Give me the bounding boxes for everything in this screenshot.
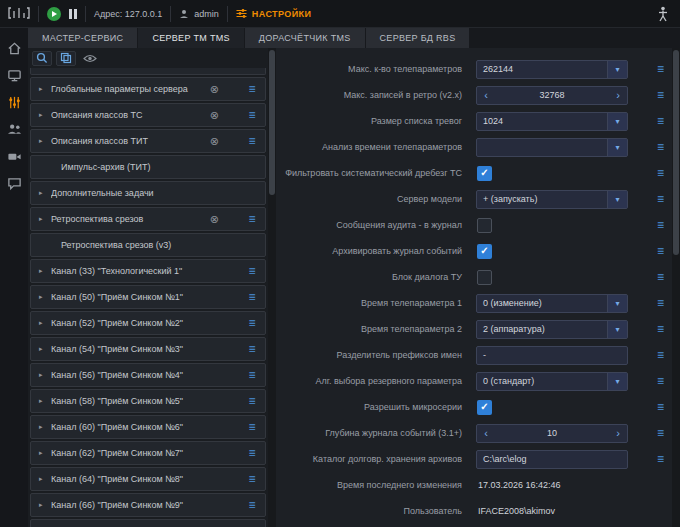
chevron-down-icon[interactable]: ▾ <box>607 61 627 78</box>
row-menu-icon[interactable]: ≡ <box>245 265 259 277</box>
expander-icon[interactable]: ▸ <box>37 449 51 457</box>
chat-icon[interactable] <box>6 175 22 191</box>
row-menu-icon[interactable]: ≡ <box>245 499 259 511</box>
row-menu-icon[interactable]: ≡ <box>657 349 664 361</box>
camera-icon[interactable] <box>6 148 22 164</box>
row-menu-icon[interactable]: ≡ <box>245 447 259 459</box>
decrement-icon[interactable]: ‹ <box>477 425 495 442</box>
chevron-down-icon[interactable]: ▾ <box>607 295 627 312</box>
row-menu-icon[interactable]: ≡ <box>657 141 664 153</box>
expander-icon[interactable]: ▸ <box>37 423 51 431</box>
row-menu-icon[interactable]: ≡ <box>657 63 664 75</box>
tree-item-partial[interactable] <box>30 68 266 75</box>
expander-icon[interactable]: ▸ <box>37 319 51 327</box>
row-menu-icon[interactable]: ≡ <box>657 323 664 335</box>
allow-microseries-checkbox[interactable]: ✓ <box>477 400 492 415</box>
settings-indicator[interactable]: НАСТРОЙКИ <box>236 8 311 19</box>
tree-item[interactable]: ▸ Канал (68) "Приём Синком №10" ≡ <box>30 519 266 527</box>
tab-db-server[interactable]: СЕРВЕР БД RBS <box>366 28 470 48</box>
tree-item[interactable]: ▸ Глобальные параметры сервера ⊗ ≡ <box>30 77 266 101</box>
tree-item[interactable]: Импульс-архив (ТИТ) <box>30 155 266 179</box>
tree-item[interactable]: ▸ Канал (54) "Приём Синком №3" ≡ <box>30 337 266 361</box>
row-menu-icon[interactable]: ≡ <box>245 83 259 95</box>
tree-item[interactable]: ▸ Канал (50) "Приём Синком №1" ≡ <box>30 285 266 309</box>
row-menu-icon[interactable]: ≡ <box>245 291 259 303</box>
form-scrollbar[interactable] <box>672 48 680 527</box>
teleparam-time-analysis-select[interactable]: ▾ <box>476 138 628 157</box>
copy-button[interactable] <box>56 51 76 66</box>
row-menu-icon[interactable]: ≡ <box>657 427 664 439</box>
decrement-icon[interactable]: ‹ <box>477 87 495 104</box>
tree-scrollbar[interactable] <box>268 48 276 527</box>
person-figure-icon[interactable] <box>658 6 668 22</box>
tree-item[interactable]: ▸ Канал (60) "Приём Синком №6" ≡ <box>30 415 266 439</box>
prefix-separator-input[interactable]: - <box>476 346 628 365</box>
row-menu-icon[interactable]: ≡ <box>245 395 259 407</box>
user-info[interactable]: admin <box>179 9 219 19</box>
users-icon[interactable] <box>6 121 22 137</box>
row-menu-icon[interactable]: ≡ <box>657 115 664 127</box>
row-menu-icon[interactable]: ≡ <box>245 317 259 329</box>
tu-dialog-block-checkbox[interactable] <box>477 270 492 285</box>
row-menu-icon[interactable]: ≡ <box>245 473 259 485</box>
reserve-param-alg-select[interactable]: 0 (стандарт) ▾ <box>476 372 628 391</box>
tree-item[interactable]: ▸ Канал (66) "Приём Синком №9" ≡ <box>30 493 266 517</box>
tree-item[interactable]: Ретроспектива срезов (v3) <box>30 233 266 257</box>
archive-storage-path-input[interactable]: C:\arc\elog <box>476 450 628 469</box>
tree-item[interactable]: ▸ Канал (33) "Технологический 1" ≡ <box>30 259 266 283</box>
retro-records-stepper[interactable]: ‹ 32768 › <box>476 86 628 105</box>
tree-item[interactable]: ▸ Канал (62) "Приём Синком №7" ≡ <box>30 441 266 465</box>
expander-icon[interactable]: ▸ <box>37 345 51 353</box>
row-menu-icon[interactable]: ≡ <box>657 375 664 387</box>
alarm-list-size-select[interactable]: 1024 ▾ <box>476 112 628 131</box>
scrollbar-thumb[interactable] <box>673 50 679 255</box>
row-menu-icon[interactable]: ≡ <box>657 297 664 309</box>
search-button[interactable] <box>32 51 52 66</box>
tree-item[interactable]: ▸ Дополнительные задачи <box>30 181 266 205</box>
teleparam-time-1-select[interactable]: 0 (изменение) ▾ <box>476 294 628 313</box>
chevron-down-icon[interactable]: ▾ <box>607 191 627 208</box>
row-menu-icon[interactable]: ≡ <box>245 109 259 121</box>
chevron-down-icon[interactable]: ▾ <box>607 139 627 156</box>
tab-calculator[interactable]: ДОРАСЧЁТЧИК TMS <box>245 28 365 48</box>
expander-icon[interactable]: ▸ <box>37 137 51 145</box>
row-menu-icon[interactable]: ≡ <box>657 453 664 465</box>
row-menu-icon[interactable]: ≡ <box>657 245 664 257</box>
expander-icon[interactable]: ▸ <box>37 475 51 483</box>
tab-master-service[interactable]: МАСТЕР-СЕРВИС <box>28 28 137 48</box>
increment-icon[interactable]: › <box>609 425 627 442</box>
event-log-depth-stepper[interactable]: ‹ 10 › <box>476 424 628 443</box>
expander-icon[interactable]: ▸ <box>37 215 51 223</box>
row-menu-icon[interactable]: ≡ <box>245 421 259 433</box>
row-menu-icon[interactable]: ≡ <box>245 343 259 355</box>
visibility-toggle[interactable] <box>80 51 100 66</box>
pause-button[interactable] <box>69 9 77 19</box>
tree-item[interactable]: ▸ Канал (56) "Приём Синком №4" ≡ <box>30 363 266 387</box>
chevron-down-icon[interactable]: ▾ <box>607 373 627 390</box>
row-menu-icon[interactable]: ≡ <box>657 219 664 231</box>
model-server-select[interactable]: + (запускать) ▾ <box>476 190 628 209</box>
tree-item[interactable]: ▸ Канал (52) "Приём Синком №2" ≡ <box>30 311 266 335</box>
tree-item[interactable]: ▸ Ретроспектива срезов ⊗ ≡ <box>30 207 266 231</box>
tree-item[interactable]: ▸ Канал (64) "Приём Синком №8" ≡ <box>30 467 266 491</box>
chevron-down-icon[interactable]: ▾ <box>607 321 627 338</box>
max-teleparams-select[interactable]: 262144 ▾ <box>476 60 628 79</box>
expander-icon[interactable]: ▸ <box>37 293 51 301</box>
home-icon[interactable] <box>6 40 22 56</box>
scrollbar-thumb[interactable] <box>269 50 275 195</box>
expander-icon[interactable]: ▸ <box>37 501 51 509</box>
row-menu-icon[interactable]: ≡ <box>657 271 664 283</box>
tab-tm-server[interactable]: СЕРВЕР ТМ TMS <box>138 28 243 48</box>
tree-item[interactable]: ▸ Описания классов ТС ⊗ ≡ <box>30 103 266 127</box>
expander-icon[interactable]: ▸ <box>37 267 51 275</box>
audit-to-journal-checkbox[interactable] <box>477 218 492 233</box>
row-menu-icon[interactable]: ≡ <box>245 213 259 225</box>
tree-item[interactable]: ▸ Описания классов ТИТ ⊗ ≡ <box>30 129 266 153</box>
expander-icon[interactable]: ▸ <box>37 397 51 405</box>
archive-event-log-checkbox[interactable]: ✓ <box>477 244 492 259</box>
increment-icon[interactable]: › <box>609 87 627 104</box>
expander-icon[interactable]: ▸ <box>37 371 51 379</box>
filter-chatter-checkbox[interactable]: ✓ <box>477 166 492 181</box>
row-menu-icon[interactable]: ≡ <box>657 401 664 413</box>
row-menu-icon[interactable]: ≡ <box>245 135 259 147</box>
